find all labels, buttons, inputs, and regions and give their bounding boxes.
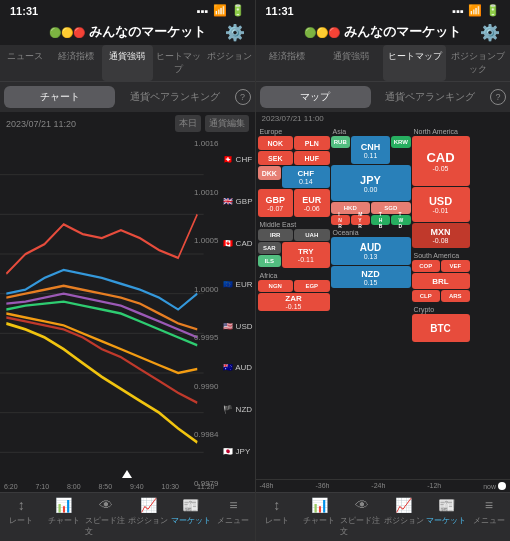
wifi-icon-r: 📶 xyxy=(468,4,482,17)
x-label-2: 7:10 xyxy=(36,483,50,490)
sub-tab-chart[interactable]: チャート xyxy=(4,86,115,108)
speed-icon-r: 👁 xyxy=(355,497,369,513)
cad-label: 🇨🇦 CAD xyxy=(223,239,252,248)
y-label-2: 1.0010 xyxy=(194,188,218,197)
vef-cell: VEF xyxy=(441,260,470,272)
usd-label: 🇺🇸 USD xyxy=(223,322,252,331)
inr-cell: INR xyxy=(331,215,350,225)
btc-cell: BTC xyxy=(412,314,470,342)
europe-row3: DKK CHF0.14 xyxy=(258,166,330,188)
usd-cell: USD-0.01 xyxy=(412,187,470,222)
tab-news[interactable]: ニュース xyxy=(0,45,51,81)
sub-tab-ranking-r[interactable]: 通貨ペアランキング xyxy=(375,86,486,108)
tab-posbook-r[interactable]: ポジションブック xyxy=(446,45,510,81)
position-icon-r: 📈 xyxy=(395,497,412,513)
tab-heatmap-r[interactable]: ヒートマップ xyxy=(383,45,447,81)
battery-icon: 🔋 xyxy=(231,4,245,17)
header-right: 🟢🟡🔴 みんなのマーケット ⚙️ xyxy=(256,19,511,45)
x-label-5: 9:40 xyxy=(130,483,144,490)
chf-cell: CHF0.14 xyxy=(282,166,329,188)
nav-market-label-r: マーケット xyxy=(426,515,466,526)
oceania-region: Oceania AUD0.13 NZD0.15 xyxy=(331,228,411,288)
sar-cell: SAR xyxy=(258,242,282,254)
time-now: now xyxy=(483,482,506,490)
chart-icon: 📊 xyxy=(55,497,72,513)
me-row1: IRR UAH xyxy=(258,229,330,241)
nav-menu-r[interactable]: ≡ メニュー xyxy=(468,497,510,537)
nav-rate[interactable]: ↕ レート xyxy=(0,497,42,537)
zar-cell: ZAR -0.15 xyxy=(258,293,330,311)
middle-east-region: Middle East IRR UAH SAR ILS TRY-0.11 xyxy=(258,220,330,268)
nav-market[interactable]: 📰 マーケット xyxy=(170,497,212,537)
heatmap-date: 2023/07/21 11:00 xyxy=(256,112,511,125)
bottom-nav-left: ↕ レート 📊 チャート 👁 スピード注文 📈 ポジション 📰 マーケット ≡ … xyxy=(0,492,255,541)
tab-economics[interactable]: 経済指標 xyxy=(51,45,102,81)
x-label-4: 8:50 xyxy=(99,483,113,490)
nav-market-r[interactable]: 📰 マーケット xyxy=(425,497,467,537)
nav-menu[interactable]: ≡ メニュー xyxy=(212,497,254,537)
status-bar-left: 11:31 ▪▪▪ 📶 🔋 xyxy=(0,0,255,19)
sub-tab-ranking[interactable]: 通貨ペアランキング xyxy=(119,86,230,108)
me-left: SAR ILS xyxy=(258,242,282,268)
tab-heatmap[interactable]: ヒートマップ xyxy=(153,45,204,81)
europe-row2: SEK HUF xyxy=(258,151,330,165)
market-icon: 📰 xyxy=(182,497,199,513)
today-button[interactable]: 本日 xyxy=(175,115,201,132)
settings-icon-r[interactable]: ⚙️ xyxy=(480,23,500,42)
nav-chart[interactable]: 📊 チャート xyxy=(42,497,84,537)
x-label-3: 8:00 xyxy=(67,483,81,490)
tab-currency-r[interactable]: 通貨強弱 xyxy=(319,45,383,81)
chart-toolbar: 2023/07/21 11:20 本日 通貨編集 xyxy=(0,112,255,135)
sub-tabs-left: チャート 通貨ペアランキング ? xyxy=(0,82,255,112)
krw-cell: KRW xyxy=(391,136,411,148)
chart-area: 1.0016 1.0010 1.0005 1.0000 0.9995 0.999… xyxy=(0,135,255,492)
nav-menu-label-r: メニュー xyxy=(473,515,505,526)
aud-label: 🇦🇺 AUD xyxy=(223,363,252,372)
heatmap-area: Europe NOK PLN SEK HUF DKK CHF0.14 GBP- xyxy=(256,125,511,479)
cop-cell: COP xyxy=(412,260,441,272)
nav-chart-r[interactable]: 📊 チャート xyxy=(298,497,340,537)
middle-column: Asia RUB CNH0.11 KRW JPY0.00 HKD SGD INR… xyxy=(331,127,411,477)
egp-cell: EGP xyxy=(294,280,330,292)
status-bar-right: 11:31 ▪▪▪ 📶 🔋 xyxy=(256,0,511,19)
settings-icon[interactable]: ⚙️ xyxy=(225,23,245,42)
edit-button[interactable]: 通貨編集 xyxy=(205,115,249,132)
clp-cell: CLP xyxy=(412,290,441,302)
hkd-cell: HKD xyxy=(331,202,371,214)
huf-cell: HUF xyxy=(294,151,330,165)
europe-region: Europe NOK PLN SEK HUF DKK CHF0.14 GBP- xyxy=(258,127,330,217)
help-button-r[interactable]: ? xyxy=(490,89,506,105)
nav-rate-r[interactable]: ↕ レート xyxy=(256,497,298,537)
crypto-region: Crypto BTC xyxy=(412,305,470,342)
tab-position[interactable]: ポジション xyxy=(204,45,255,81)
nav-position[interactable]: 📈 ポジション xyxy=(127,497,169,537)
europe-small-grid: NOK PLN xyxy=(258,136,330,150)
sub-tab-map[interactable]: マップ xyxy=(260,86,371,108)
y-label-6: 0.9990 xyxy=(194,382,218,391)
tab-economics-r[interactable]: 経済指標 xyxy=(256,45,320,81)
rub-cell: RUB xyxy=(331,136,351,148)
nav-menu-label: メニュー xyxy=(217,515,249,526)
uah-cell: UAH xyxy=(294,229,330,241)
y-label-3: 1.0005 xyxy=(194,236,218,245)
rate-icon: ↕ xyxy=(18,497,25,513)
nav-position-r[interactable]: 📈 ポジション xyxy=(383,497,425,537)
menu-icon: ≡ xyxy=(229,497,237,513)
mxn-cell: MXN-0.08 xyxy=(412,223,470,248)
signal-icon-r: ▪▪▪ xyxy=(452,5,464,17)
europe-bottom: GBP-0.07 EUR-0.06 xyxy=(258,189,330,217)
help-button[interactable]: ? xyxy=(235,89,251,105)
eur-label: 🇪🇺 EUR xyxy=(223,280,252,289)
y-label-1: 1.0016 xyxy=(194,139,218,148)
nav-speed-r[interactable]: 👁 スピード注文 xyxy=(340,497,382,537)
tab-currency-strength[interactable]: 通貨強弱 xyxy=(102,45,153,81)
jpy-label: 🇯🇵 JPY xyxy=(223,447,252,456)
nzd-label: 🏴 NZD xyxy=(223,405,252,414)
nav-speed-order[interactable]: 👁 スピード注文 xyxy=(85,497,127,537)
x-label-7: 11:20 xyxy=(197,483,215,490)
chart-indicator xyxy=(122,470,132,478)
nav-speed-label-r: スピード注文 xyxy=(340,515,382,537)
status-icons-right: ▪▪▪ 📶 🔋 xyxy=(452,4,500,17)
nav-speed-label: スピード注文 xyxy=(85,515,127,537)
speed-icon: 👁 xyxy=(99,497,113,513)
